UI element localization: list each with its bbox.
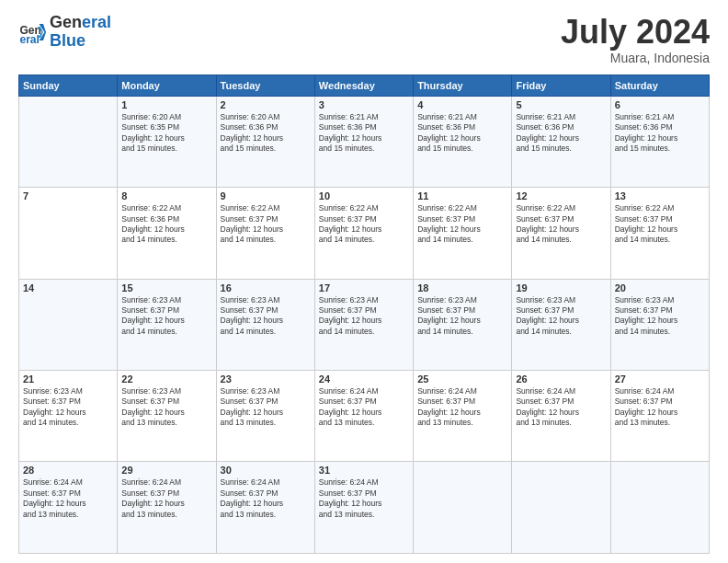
calendar-cell: 26Sunrise: 6:24 AM Sunset: 6:37 PM Dayli… [512,371,610,462]
calendar-cell: 14 [19,279,118,370]
calendar-cell: 21Sunrise: 6:23 AM Sunset: 6:37 PM Dayli… [19,371,118,462]
day-number: 20 [615,282,705,293]
day-number: 6 [615,99,705,110]
calendar-cell: 12Sunrise: 6:22 AM Sunset: 6:37 PM Dayli… [512,188,610,279]
calendar-cell: 28Sunrise: 6:24 AM Sunset: 6:37 PM Dayli… [19,462,118,554]
weekday-header: Thursday [414,75,512,96]
day-number: 31 [319,465,409,476]
header: Gen eral General Blue July 2024 Muara, I… [18,14,710,65]
day-number: 9 [221,190,311,201]
calendar-week: 1415Sunrise: 6:23 AM Sunset: 6:37 PM Day… [19,279,710,370]
day-number: 18 [417,282,507,293]
day-number: 2 [221,99,311,110]
day-info: Sunrise: 6:20 AM Sunset: 6:35 PM Dayligh… [121,112,211,155]
calendar-cell: 31Sunrise: 6:24 AM Sunset: 6:37 PM Dayli… [314,462,413,554]
calendar-cell [19,96,118,187]
day-info: Sunrise: 6:24 AM Sunset: 6:37 PM Dayligh… [23,477,113,520]
day-number: 17 [319,282,409,293]
day-number: 15 [121,282,211,293]
day-number: 8 [121,190,211,201]
weekday-header: Saturday [610,75,709,96]
day-info: Sunrise: 6:24 AM Sunset: 6:37 PM Dayligh… [417,386,507,429]
calendar: SundayMondayTuesdayWednesdayThursdayFrid… [18,75,710,554]
location: Muara, Indonesia [561,51,710,65]
day-number: 11 [417,190,507,201]
day-number: 7 [23,190,113,201]
day-number: 16 [221,282,311,293]
title-block: July 2024 Muara, Indonesia [561,14,710,65]
weekday-header: Friday [512,75,610,96]
day-number: 30 [221,465,311,476]
calendar-cell: 6Sunrise: 6:21 AM Sunset: 6:36 PM Daylig… [610,96,709,187]
calendar-cell: 8Sunrise: 6:22 AM Sunset: 6:36 PM Daylig… [118,188,216,279]
day-info: Sunrise: 6:23 AM Sunset: 6:37 PM Dayligh… [221,295,311,338]
weekday-header: Monday [118,75,216,96]
day-info: Sunrise: 6:22 AM Sunset: 6:37 PM Dayligh… [417,203,507,246]
day-number: 24 [319,373,409,385]
calendar-cell: 7 [19,188,118,279]
calendar-week: 1Sunrise: 6:20 AM Sunset: 6:35 PM Daylig… [19,96,710,187]
calendar-cell: 25Sunrise: 6:24 AM Sunset: 6:37 PM Dayli… [414,371,512,462]
day-number: 28 [23,465,113,476]
calendar-week: 21Sunrise: 6:23 AM Sunset: 6:37 PM Dayli… [19,371,710,462]
day-number: 29 [121,465,211,476]
day-info: Sunrise: 6:23 AM Sunset: 6:37 PM Dayligh… [23,386,113,429]
day-info: Sunrise: 6:22 AM Sunset: 6:37 PM Dayligh… [221,203,311,246]
page: Gen eral General Blue July 2024 Muara, I… [0,0,728,563]
day-number: 12 [516,190,606,201]
day-number: 27 [615,373,705,385]
calendar-cell: 15Sunrise: 6:23 AM Sunset: 6:37 PM Dayli… [118,279,216,370]
day-info: Sunrise: 6:24 AM Sunset: 6:37 PM Dayligh… [121,477,211,520]
day-info: Sunrise: 6:20 AM Sunset: 6:36 PM Dayligh… [221,112,311,155]
calendar-cell: 27Sunrise: 6:24 AM Sunset: 6:37 PM Dayli… [610,371,709,462]
calendar-cell: 5Sunrise: 6:21 AM Sunset: 6:36 PM Daylig… [512,96,610,187]
calendar-week: 28Sunrise: 6:24 AM Sunset: 6:37 PM Dayli… [19,462,710,554]
day-info: Sunrise: 6:24 AM Sunset: 6:37 PM Dayligh… [319,386,409,429]
day-info: Sunrise: 6:23 AM Sunset: 6:37 PM Dayligh… [615,295,705,338]
calendar-cell: 13Sunrise: 6:22 AM Sunset: 6:37 PM Dayli… [610,188,709,279]
weekday-header: Wednesday [314,75,413,96]
day-info: Sunrise: 6:24 AM Sunset: 6:37 PM Dayligh… [615,386,705,429]
calendar-cell: 1Sunrise: 6:20 AM Sunset: 6:35 PM Daylig… [118,96,216,187]
calendar-cell: 17Sunrise: 6:23 AM Sunset: 6:37 PM Dayli… [314,279,413,370]
calendar-cell: 4Sunrise: 6:21 AM Sunset: 6:36 PM Daylig… [414,96,512,187]
logo-icon: Gen eral [18,18,46,46]
day-number: 1 [121,99,211,110]
day-info: Sunrise: 6:21 AM Sunset: 6:36 PM Dayligh… [417,112,507,155]
month-title: July 2024 [561,14,710,51]
calendar-cell [512,462,610,554]
day-info: Sunrise: 6:21 AM Sunset: 6:36 PM Dayligh… [615,112,705,155]
day-info: Sunrise: 6:23 AM Sunset: 6:37 PM Dayligh… [516,295,606,338]
day-number: 21 [23,373,113,385]
day-info: Sunrise: 6:23 AM Sunset: 6:37 PM Dayligh… [221,386,311,429]
day-number: 4 [417,99,507,110]
day-info: Sunrise: 6:23 AM Sunset: 6:37 PM Dayligh… [417,295,507,338]
calendar-cell: 23Sunrise: 6:23 AM Sunset: 6:37 PM Dayli… [216,371,314,462]
day-info: Sunrise: 6:24 AM Sunset: 6:37 PM Dayligh… [319,477,409,520]
svg-text:eral: eral [20,33,40,46]
calendar-cell [414,462,512,554]
day-info: Sunrise: 6:24 AM Sunset: 6:37 PM Dayligh… [516,386,606,429]
calendar-body: 1Sunrise: 6:20 AM Sunset: 6:35 PM Daylig… [19,96,710,553]
calendar-cell: 24Sunrise: 6:24 AM Sunset: 6:37 PM Dayli… [314,371,413,462]
day-number: 26 [516,373,606,385]
day-number: 14 [23,282,113,293]
day-info: Sunrise: 6:22 AM Sunset: 6:37 PM Dayligh… [516,203,606,246]
weekday-header: Tuesday [216,75,314,96]
calendar-cell: 30Sunrise: 6:24 AM Sunset: 6:37 PM Dayli… [216,462,314,554]
calendar-cell: 10Sunrise: 6:22 AM Sunset: 6:37 PM Dayli… [314,188,413,279]
day-info: Sunrise: 6:22 AM Sunset: 6:37 PM Dayligh… [319,203,409,246]
day-number: 25 [417,373,507,385]
calendar-cell: 18Sunrise: 6:23 AM Sunset: 6:37 PM Dayli… [414,279,512,370]
day-number: 19 [516,282,606,293]
day-info: Sunrise: 6:23 AM Sunset: 6:37 PM Dayligh… [121,386,211,429]
calendar-table: SundayMondayTuesdayWednesdayThursdayFrid… [18,75,710,554]
day-info: Sunrise: 6:21 AM Sunset: 6:36 PM Dayligh… [319,112,409,155]
calendar-cell [610,462,709,554]
day-number: 5 [516,99,606,110]
calendar-cell: 22Sunrise: 6:23 AM Sunset: 6:37 PM Dayli… [118,371,216,462]
calendar-cell: 16Sunrise: 6:23 AM Sunset: 6:37 PM Dayli… [216,279,314,370]
day-info: Sunrise: 6:21 AM Sunset: 6:36 PM Dayligh… [516,112,606,155]
day-number: 22 [121,373,211,385]
day-number: 10 [319,190,409,201]
